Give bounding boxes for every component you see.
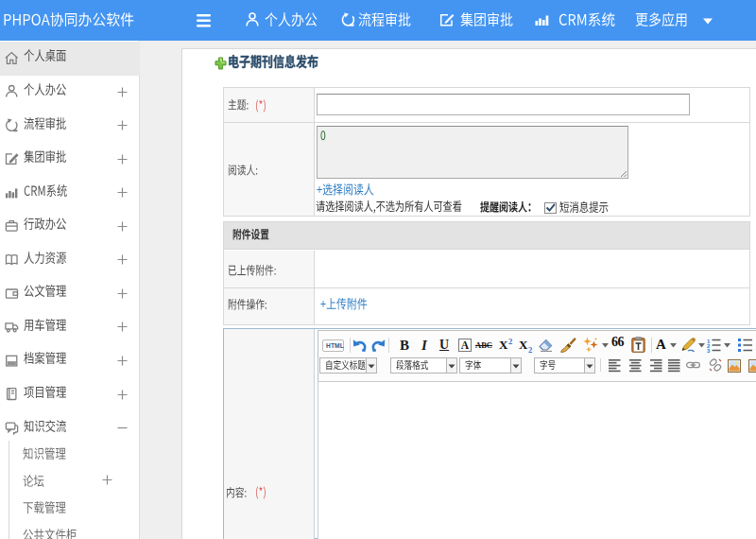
- svg-text:2: 2: [508, 337, 512, 346]
- svg-text:X: X: [519, 338, 528, 352]
- svg-text:2: 2: [528, 345, 532, 354]
- svg-text:A: A: [461, 339, 470, 351]
- svg-text:X: X: [499, 338, 508, 352]
- svg-text:3: 3: [707, 348, 711, 353]
